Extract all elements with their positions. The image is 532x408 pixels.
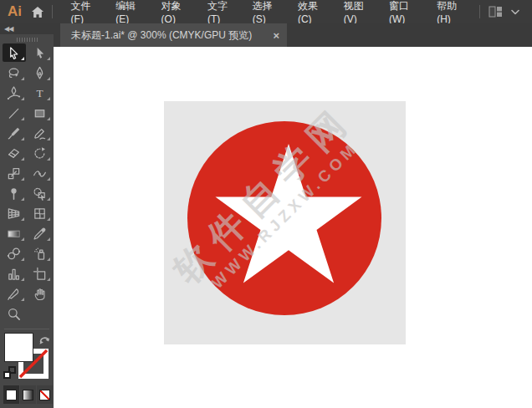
chevron-down-icon[interactable] xyxy=(505,2,525,22)
tools-panel-header: ◀◀ xyxy=(0,23,54,34)
shaper-pencil-tool[interactable] xyxy=(28,124,52,142)
menu-window[interactable]: 窗口(W) xyxy=(381,0,428,23)
artboard-tool[interactable] xyxy=(28,264,52,283)
document-canvas[interactable]: 软件自学网 WWW.RJZXW.COM xyxy=(54,47,532,408)
menu-help[interactable]: 帮助(H) xyxy=(428,0,474,23)
artboard[interactable]: 软件自学网 WWW.RJZXW.COM xyxy=(164,101,406,344)
swap-fill-stroke-icon[interactable] xyxy=(38,334,51,349)
menu-effect[interactable]: 效果(C) xyxy=(289,0,335,23)
paint-mode-buttons xyxy=(3,385,54,404)
curvature-tool[interactable] xyxy=(3,84,26,102)
rotate-tool[interactable] xyxy=(28,144,52,162)
gradient-tool[interactable] xyxy=(3,224,26,242)
menu-file[interactable]: 文件(F) xyxy=(63,0,108,23)
lasso-tool[interactable] xyxy=(3,64,26,82)
blend-tool[interactable] xyxy=(3,244,26,263)
column-graph-tool[interactable] xyxy=(3,264,26,283)
gradient-mode-button[interactable] xyxy=(20,385,36,404)
illustrator-window: Ai 文件(F) 编辑(E) 对象(O) 文字(T) 选择(S) 效果(C) 视… xyxy=(0,0,532,408)
scale-tool[interactable] xyxy=(3,164,26,182)
tools-grid: T xyxy=(0,43,54,323)
menu-select[interactable]: 选择(S) xyxy=(244,0,289,23)
tool-spacer xyxy=(28,304,52,323)
panel-grip-handle[interactable] xyxy=(17,38,38,42)
menu-type[interactable]: 文字(T) xyxy=(199,0,244,23)
symbol-sprayer-tool[interactable] xyxy=(28,244,52,263)
app-logo-icon: Ai xyxy=(8,3,22,20)
width-tool[interactable] xyxy=(28,164,52,182)
workspace-switcher-icon[interactable] xyxy=(485,2,505,22)
menu-view[interactable]: 视图(V) xyxy=(335,0,381,23)
document-tab-bar: 未标题-1.ai* @ 300% (CMYK/GPU 预览) × xyxy=(54,23,532,47)
menu-bar: Ai 文件(F) 编辑(E) 对象(O) 文字(T) 选择(S) 效果(C) 视… xyxy=(0,0,532,23)
document-tab-title: 未标题-1.ai* @ 300% (CMYK/GPU 预览) xyxy=(71,28,252,43)
hand-tool[interactable] xyxy=(28,284,52,303)
line-segment-tool[interactable] xyxy=(3,104,26,122)
type-tool[interactable]: T xyxy=(28,84,52,102)
perspective-grid-tool[interactable] xyxy=(3,204,26,222)
direct-selection-tool[interactable] xyxy=(28,43,52,62)
fill-stroke-controls xyxy=(0,333,54,381)
none-mode-button[interactable] xyxy=(37,385,53,404)
menu-edit[interactable]: 编辑(E) xyxy=(107,0,152,23)
menu-object[interactable]: 对象(O) xyxy=(153,0,199,23)
fill-color-swatch[interactable] xyxy=(4,333,33,362)
star-circle-artwork[interactable] xyxy=(164,101,406,344)
paintbrush-tool[interactable] xyxy=(3,124,26,142)
menubar-right xyxy=(474,2,525,22)
type-tool-glyph: T xyxy=(36,87,43,99)
color-mode-button[interactable] xyxy=(3,385,19,404)
panel-divider xyxy=(4,329,49,329)
pen-tool[interactable] xyxy=(28,64,52,82)
shape-builder-tool[interactable] xyxy=(28,184,52,202)
selection-tool[interactable] xyxy=(3,43,26,62)
collapse-panel-icon[interactable]: ◀◀ xyxy=(4,25,13,33)
default-fill-stroke-icon[interactable] xyxy=(3,366,16,379)
slice-tool[interactable] xyxy=(3,284,26,303)
zoom-tool[interactable] xyxy=(3,304,26,323)
close-tab-icon[interactable]: × xyxy=(273,30,279,41)
main-menu: 文件(F) 编辑(E) 对象(O) 文字(T) 选择(S) 效果(C) 视图(V… xyxy=(63,0,474,23)
home-icon[interactable] xyxy=(28,2,47,22)
menubar-divider xyxy=(52,5,53,18)
menubar-divider xyxy=(479,5,480,18)
document-tab[interactable]: 未标题-1.ai* @ 300% (CMYK/GPU 预览) × xyxy=(60,23,287,47)
eraser-tool[interactable] xyxy=(3,144,26,162)
eyedropper-tool[interactable] xyxy=(28,224,52,242)
puppet-warp-tool[interactable] xyxy=(3,184,26,202)
mesh-tool[interactable] xyxy=(28,204,52,222)
rectangle-tool[interactable] xyxy=(28,104,52,122)
tools-panel: ◀◀ xyxy=(0,23,54,408)
